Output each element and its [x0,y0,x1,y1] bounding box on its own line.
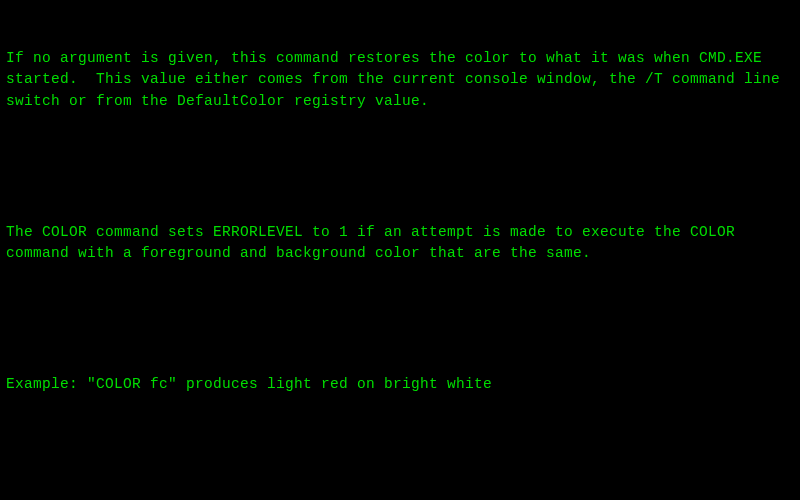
terminal-output[interactable]: If no argument is given, this command re… [6,4,794,500]
help-paragraph: If no argument is given, this command re… [6,48,794,113]
blank-line [6,309,794,331]
blank-line [6,156,794,178]
help-paragraph: The COLOR command sets ERRORLEVEL to 1 i… [6,222,794,266]
help-example: Example: "COLOR fc" produces light red o… [6,374,794,396]
blank-line [6,439,794,461]
